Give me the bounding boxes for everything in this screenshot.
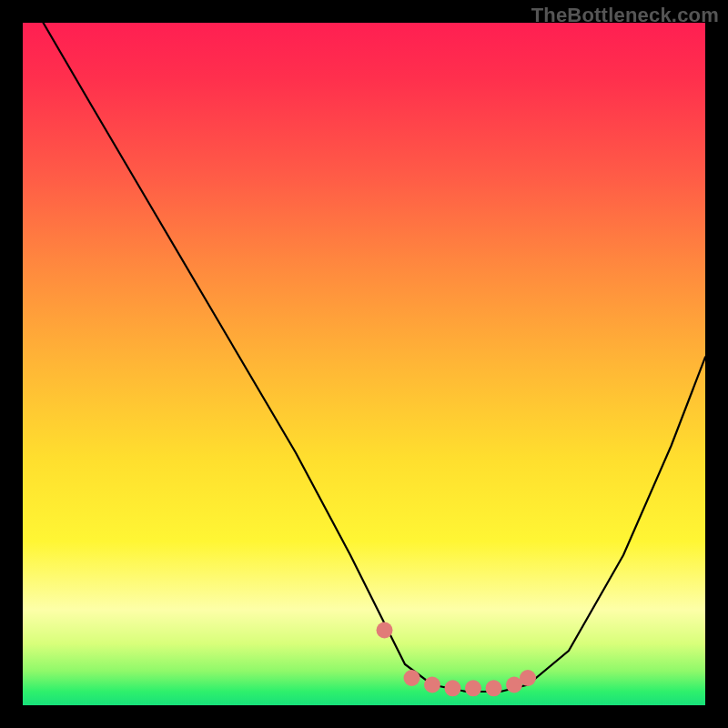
bottleneck-curve: [44, 23, 706, 692]
highlight-dot: [445, 680, 461, 696]
highlight-dots: [377, 622, 537, 697]
curve-layer: [23, 23, 705, 705]
plot-area: [23, 23, 705, 705]
highlight-dot: [486, 680, 502, 696]
highlight-dot: [404, 670, 420, 686]
highlight-dot: [377, 622, 393, 639]
highlight-dot: [465, 680, 481, 696]
highlight-dot: [520, 670, 536, 686]
chart-frame: TheBottleneck.com: [0, 0, 728, 728]
highlight-dot: [424, 677, 440, 693]
watermark-text: TheBottleneck.com: [531, 4, 719, 27]
